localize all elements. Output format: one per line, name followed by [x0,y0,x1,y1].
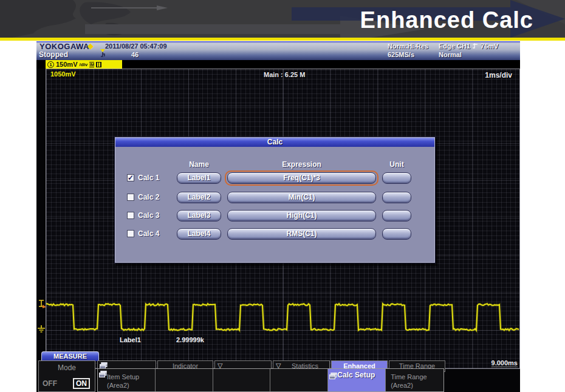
mode-on-option[interactable]: ON [73,378,90,389]
brand-diamond-icon: ◆ [87,41,94,50]
measure-item-label: Label1 [120,336,141,343]
time-range-label: Time Range [391,373,427,380]
top-banner: Enhanced Calc [0,0,565,38]
acquisition-mode: Norm:Hi-Res [388,42,428,50]
calc-dialog: Calc Name Expression Unit ✓ Calc 1 Label… [114,137,436,263]
acquisition-status: Stopped [39,50,68,59]
trigger-mode: Normal [439,51,462,58]
item-setup-area: (Area2) [107,382,129,389]
calc4-unit-button[interactable] [382,228,411,240]
column-header-expression: Expression [227,160,376,169]
datetime: 2011/08/27 05:47:09 [105,42,167,50]
calc4-expression-button[interactable]: RMS(C1) [227,228,376,240]
oscilloscope-screen: YOKOGAWA ◆ Stopped 2011/08/27 05:47:09 4… [36,41,520,392]
softkey-empty-3[interactable] [270,369,328,391]
channel1-badge[interactable]: 1 150mV /div IM [46,60,122,69]
calc3-label: Calc 3 [138,211,159,220]
calc1-expression-button[interactable]: Freq(C1)*3 [227,172,376,184]
tab-measure[interactable]: MEASURE [41,351,99,361]
sample-rate: 625MS/s [388,51,414,58]
calc3-checkbox[interactable] [127,212,134,219]
calc1-unit-button[interactable] [382,172,411,184]
calc2-unit-button[interactable] [382,192,411,203]
ground-level-marker[interactable] [37,325,46,334]
menu-mode-cell[interactable]: Mode OFF ON [38,360,95,392]
accent-divider [0,38,565,41]
item-setup-label: Item Setup [107,373,139,380]
channel-scale-unit: /div [79,62,87,67]
softkey-time-range[interactable]: Time Range (Area2) [386,369,443,391]
softkey-item-setup[interactable]: Item Setup (Area2) [98,369,156,391]
calc1-name-button[interactable]: Label1 [177,172,221,184]
calc2-checkbox[interactable] [127,194,134,201]
mode-off-option[interactable]: OFF [43,379,57,388]
calc4-name-button[interactable]: Label4 [177,228,221,240]
window-icon [329,373,337,380]
page-title: Enhanced Calc [360,7,533,33]
calc1-label: Calc 1 [138,174,159,182]
calc4-checkbox[interactable] [127,230,134,237]
channel-number: 1 [47,61,54,68]
brand-logo: YOKOGAWA [39,42,89,51]
trigger-level-marker[interactable] [38,299,46,309]
vertical-position-readout: 1050mV [50,70,76,78]
calc4-label: Calc 4 [138,229,159,238]
calc-dialog-title: Calc [115,138,434,147]
calc2-name-button[interactable]: Label2 [177,192,221,203]
calc3-unit-button[interactable] [382,210,411,221]
softkey-empty-1[interactable] [156,369,213,391]
softkey-empty-2[interactable] [213,369,271,391]
calc1-checkbox[interactable]: ✓ [127,174,134,181]
time-range-readout: 9.000ms [491,359,518,367]
edge-trigger-icon [472,42,479,49]
time-range-area: (Area2) [391,382,413,389]
trigger-position-icon [99,49,107,58]
page: Enhanced Calc YOKOGAWA ◆ Stopped 2011/08… [0,0,565,392]
column-header-unit: Unit [377,160,416,169]
channel-scale: 150mV [56,61,77,68]
calc3-name-button[interactable]: Label3 [177,210,221,221]
mode-label: Mode [39,363,95,372]
coupling-icon [96,62,101,67]
calc3-expression-button[interactable]: High(C1) [227,210,376,221]
column-header-name: Name [177,160,221,169]
calc2-expression-button[interactable]: Min(C1) [227,192,376,203]
bandwidth-icon: IM [89,62,94,67]
soft-key-panel: Item Setup (Area2) Calc Setup Time Range… [97,368,444,392]
channel-bar: 1 150mV /div IM [36,60,520,69]
measure-item-value: 2.99999k [176,336,204,343]
softkey-calc-setup[interactable]: Calc Setup [328,369,386,391]
main-record-info: Main : 6.25 M [264,71,305,78]
trigger-source: Edge CH1 76mV [439,42,498,50]
timebase-readout: 1ms/div [485,71,512,79]
calc2-label: Calc 2 [138,193,159,201]
calc-setup-label: Calc Setup [337,371,375,379]
window-icon [99,371,107,378]
acquisition-count: 46 [131,51,139,58]
scope-status-bar: YOKOGAWA ◆ Stopped 2011/08/27 05:47:09 4… [36,41,520,60]
